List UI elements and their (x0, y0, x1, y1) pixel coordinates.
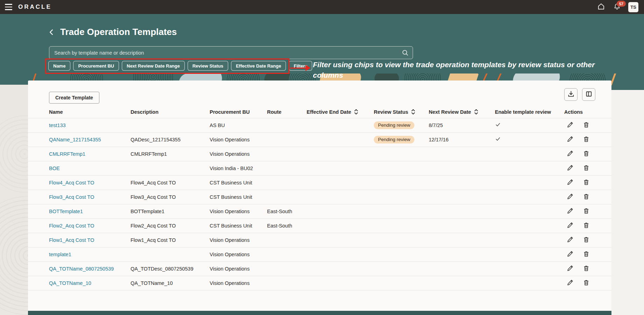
cell-procurement-bu: CST Business Unit (210, 194, 267, 200)
edit-button[interactable] (566, 164, 574, 173)
cell-procurement-bu: CST Business Unit (210, 223, 267, 229)
edit-button[interactable] (566, 236, 574, 244)
pencil-icon (566, 236, 574, 244)
edit-button[interactable] (566, 135, 574, 144)
template-name-link[interactable]: QA_TOTName_0807250539 (49, 266, 114, 272)
cell-procurement-bu: Vision Operations (210, 252, 267, 257)
top-app-bar: ORACLE 57 TS (0, 0, 644, 14)
column-header-label: Description (131, 109, 159, 115)
cell-description: Flow2_Acq Cost TO (131, 223, 210, 229)
edit-button[interactable] (566, 279, 574, 287)
column-header-label: Effective End Date (307, 109, 351, 115)
sort-icon[interactable] (354, 109, 358, 115)
review-status-badge: Pending review (374, 121, 414, 129)
cell-procurement-bu: Vision Operations (210, 137, 267, 142)
search-icon[interactable] (401, 49, 409, 58)
trash-icon (583, 265, 590, 273)
sort-icon[interactable] (474, 109, 478, 115)
column-header-label: Review Status (374, 109, 408, 115)
cell-next-review-date: 8/7/25 (429, 122, 495, 128)
create-template-button[interactable]: Create Template (49, 92, 99, 104)
template-name-link[interactable]: BOTTemplate1 (49, 209, 83, 214)
edit-button[interactable] (566, 193, 574, 201)
edit-button[interactable] (566, 250, 574, 259)
column-header: Description (131, 109, 210, 115)
pencil-icon (566, 279, 574, 287)
avatar[interactable]: TS (628, 2, 638, 12)
table-row: QA_TOTName_0807250539 QA_TOTDesc_0807250… (28, 262, 611, 276)
template-name-link[interactable]: QA_TOTName_10 (49, 280, 91, 286)
edit-button[interactable] (566, 178, 574, 187)
hero-banner-extension (611, 85, 644, 90)
filter-chip[interactable]: Procurement BU (73, 61, 119, 71)
delete-button[interactable] (583, 193, 590, 201)
download-button[interactable] (564, 88, 578, 101)
card-bottom-strip (28, 311, 611, 315)
column-header-label: Next Review Date (429, 109, 471, 115)
delete-button[interactable] (583, 222, 590, 230)
template-name-link[interactable]: Flow1_Acq Cost TO (49, 237, 94, 243)
home-icon (597, 2, 605, 12)
filter-chip[interactable]: Review Status (188, 61, 228, 71)
sort-icon[interactable] (411, 109, 415, 115)
template-name-link[interactable]: template1 (49, 252, 71, 257)
table-row: BOE Vision India - BU02 (28, 161, 611, 176)
template-name-link[interactable]: BOE (49, 166, 60, 171)
template-name-link[interactable]: CMLRRFTemp1 (49, 151, 85, 157)
column-header: Name (49, 109, 131, 115)
back-button[interactable] (47, 28, 56, 37)
delete-button[interactable] (583, 207, 590, 216)
page-title: Trade Operation Templates (60, 27, 177, 37)
delete-button[interactable] (583, 164, 590, 173)
delete-button[interactable] (583, 265, 590, 273)
check-icon (495, 123, 501, 129)
template-name-link[interactable]: Flow4_Acq Cost TO (49, 180, 94, 186)
pencil-icon (566, 178, 574, 187)
templates-table: Name Description Procurement BU Route Ef… (28, 106, 611, 290)
column-header-label: Name (49, 109, 63, 115)
delete-button[interactable] (583, 121, 590, 130)
home-button[interactable] (596, 2, 606, 12)
filter-chip[interactable]: Next Review Date Range (122, 61, 185, 71)
delete-button[interactable] (583, 279, 590, 287)
trash-icon (583, 135, 590, 144)
trash-icon (583, 207, 590, 216)
cell-description: Flow4_Acq Cost TO (131, 180, 210, 186)
table-row: test133 AS BU Pending review 8/7/25 (28, 118, 611, 133)
trash-icon (583, 236, 590, 244)
column-header-label: Actions (564, 109, 583, 115)
template-name-link[interactable]: QAName_1217154355 (49, 137, 101, 142)
notifications-button[interactable]: 57 (612, 2, 622, 12)
cell-description: Flow3_Acq Cost TO (131, 194, 210, 200)
pencil-icon (566, 135, 574, 144)
edit-button[interactable] (566, 207, 574, 216)
search-input[interactable] (49, 46, 413, 59)
pencil-icon (566, 250, 574, 259)
cell-procurement-bu: Vision Operations (210, 151, 267, 157)
delete-button[interactable] (583, 135, 590, 144)
edit-button[interactable] (566, 121, 574, 130)
edit-button[interactable] (566, 222, 574, 230)
delete-button[interactable] (583, 150, 590, 158)
columns-icon (585, 90, 593, 99)
template-name-link[interactable]: Flow3_Acq Cost TO (49, 194, 94, 200)
template-name-link[interactable]: Flow2_Acq Cost TO (49, 223, 94, 229)
pencil-icon (566, 150, 574, 158)
column-header: Effective End Date (307, 109, 374, 115)
column-header: Review Status (374, 109, 429, 115)
edit-button[interactable] (566, 265, 574, 273)
cell-procurement-bu: AS BU (210, 122, 267, 128)
filter-chip[interactable]: Name (48, 61, 70, 71)
menu-icon[interactable] (1, 0, 15, 14)
manage-columns-button[interactable] (582, 88, 595, 101)
delete-button[interactable] (583, 178, 590, 187)
edit-button[interactable] (566, 150, 574, 158)
template-name-link[interactable]: test133 (49, 122, 66, 128)
column-header: Next Review Date (429, 109, 495, 115)
filter-chip-label: Name (53, 63, 65, 69)
delete-button[interactable] (583, 250, 590, 259)
column-header: Route (267, 109, 307, 115)
cell-description: Flow1_Acq Cost TO (131, 237, 210, 243)
delete-button[interactable] (583, 236, 590, 244)
filter-chip[interactable]: Effective Date Range (231, 61, 286, 71)
